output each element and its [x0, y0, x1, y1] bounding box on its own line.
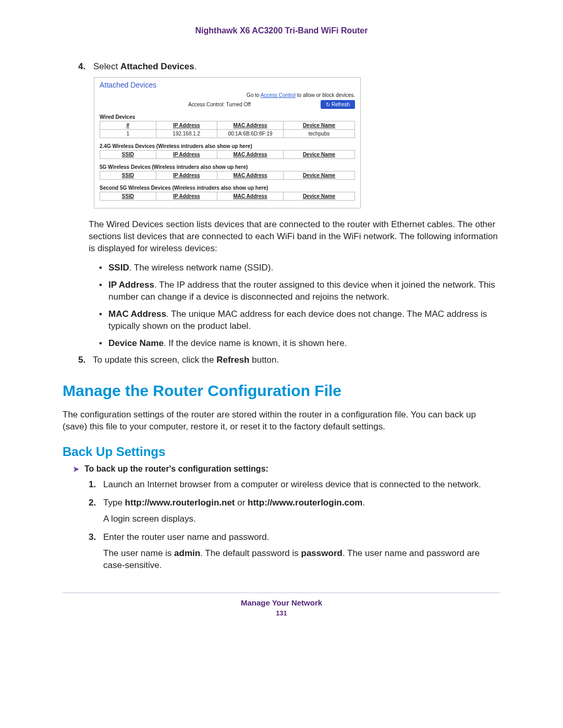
step-4-text-prefix: Select	[93, 61, 120, 71]
refresh-label: Refresh	[332, 102, 350, 107]
wireless-24g-table: SSID IP Address MAC Address Device Name	[100, 150, 355, 159]
attached-devices-panel: Attached Devices Go to Access Control to…	[94, 77, 361, 208]
access-control-link[interactable]: Access Control	[261, 92, 296, 98]
step-5-number: 5.	[78, 354, 85, 366]
wireless-24g-label: 2.4G Wireless Devices (Wireless intruder…	[94, 141, 360, 149]
table-row: 1 192.168.1.2 00:1A:6B:6D:8F:19 techpubs	[100, 130, 355, 138]
url-1: http://www.routerlogin.net	[125, 498, 235, 508]
go-to-text: Go to	[247, 92, 261, 98]
access-control-hint: Go to Access Control to allow or block d…	[94, 90, 360, 99]
step-number: 2.	[89, 497, 96, 509]
ssid-desc: . The wireless network name (SSID).	[129, 263, 274, 273]
procedure-title: ➤To back up the router's configuration s…	[73, 464, 500, 474]
devname-term: Device Name	[108, 338, 164, 348]
col-device: Device Name	[284, 121, 355, 130]
col-mac: MAC Address	[217, 121, 283, 130]
wireless-5g-table: SSID IP Address MAC Address Device Name	[100, 171, 355, 180]
admin-bold: admin	[174, 548, 200, 558]
col-mac: MAC Address	[217, 151, 283, 159]
col-ssid: SSID	[100, 171, 156, 180]
subsection-heading-backup: Back Up Settings	[63, 445, 500, 459]
refresh-button[interactable]: ↻ Refresh	[321, 100, 355, 109]
step-4-text-suffix: .	[194, 61, 197, 71]
footer-divider	[63, 593, 500, 593]
doc-header-title: Nighthawk X6 AC3200 Tri-Band WiFi Router	[63, 26, 500, 35]
list-item: IP Address. The IP address that the rout…	[99, 279, 500, 303]
step-4-text-bold: Attached Devices	[120, 61, 194, 71]
col-mac: MAC Address	[217, 192, 283, 201]
step-5-pre: To update this screen, click the	[93, 355, 216, 365]
mac-term: MAC Address	[108, 309, 166, 319]
wired-description-paragraph: The Wired Devices section lists devices …	[89, 219, 500, 255]
devname-desc: . If the device name is known, it is sho…	[164, 338, 347, 348]
cell-device: techpubs	[284, 130, 355, 138]
url-2: http://www.routerlogin.com	[248, 498, 362, 508]
footer-chapter: Manage Your Network	[63, 598, 500, 607]
section-heading-manage-config: Manage the Router Configuration File	[63, 382, 500, 400]
step-subtext: A login screen displays.	[103, 513, 500, 525]
col-ip: IP Address	[156, 121, 217, 130]
step-5-bold: Refresh	[216, 355, 249, 365]
step-number: 3.	[89, 532, 96, 544]
backup-step-1: 1. Launch an Internet browser from a com…	[89, 479, 500, 491]
col-ip: IP Address	[156, 171, 217, 180]
step-text-post: .	[362, 498, 365, 508]
go-to-suffix: to allow or block devices.	[296, 92, 355, 98]
wireless-5g2-label: Second 5G Wireless Devices (Wireless int…	[94, 183, 360, 191]
step-text: Enter the router user name and password.	[103, 532, 269, 542]
list-item: Device Name. If the device name is known…	[99, 338, 500, 350]
col-num: #	[100, 121, 156, 130]
step-5: 5. To update this screen, click the Refr…	[78, 354, 500, 366]
field-descriptions-list: SSID. The wireless network name (SSID). …	[99, 262, 500, 350]
ssid-term: SSID	[108, 263, 129, 273]
col-ip: IP Address	[156, 151, 217, 159]
col-device: Device Name	[284, 151, 355, 159]
backup-step-3: 3. Enter the router user name and passwo…	[89, 532, 500, 572]
step-text-mid: or	[235, 498, 248, 508]
step-number: 1.	[89, 479, 96, 491]
step-subtext: The user name is admin. The default pass…	[103, 548, 500, 572]
step-4: 4. Select Attached Devices.	[78, 61, 500, 72]
cell-mac: 00:1A:6B:6D:8F:19	[217, 130, 283, 138]
sub-pre: The user name is	[103, 548, 174, 558]
table-header-row: # IP Address MAC Address Device Name	[100, 121, 355, 130]
list-item: SSID. The wireless network name (SSID).	[99, 262, 500, 274]
password-bold: password	[301, 548, 342, 558]
footer-page-number: 131	[63, 609, 500, 617]
table-header-row: SSID IP Address MAC Address Device Name	[100, 151, 355, 159]
col-ssid: SSID	[100, 151, 156, 159]
sub-mid: . The default password is	[200, 548, 301, 558]
access-control-status: Access Control: Turned Off	[188, 102, 251, 107]
col-device: Device Name	[284, 192, 355, 201]
procedure-title-text: To back up the router's configuration se…	[84, 464, 268, 473]
step-4-number: 4.	[78, 61, 85, 71]
table-header-row: SSID IP Address MAC Address Device Name	[100, 171, 355, 180]
cell-ip: 192.168.1.2	[156, 130, 217, 138]
wired-devices-label: Wired Devices	[94, 112, 360, 120]
refresh-icon: ↻	[326, 102, 332, 107]
step-5-post: button.	[250, 355, 279, 365]
list-item: MAC Address. The unique MAC address for …	[99, 309, 500, 332]
wireless-5g-label: 5G Wireless Devices (Wireless intruders …	[94, 162, 360, 170]
step-text: Launch an Internet browser from a comput…	[103, 479, 481, 489]
table-header-row: SSID IP Address MAC Address Device Name	[100, 192, 355, 201]
col-device: Device Name	[284, 171, 355, 180]
wired-devices-table: # IP Address MAC Address Device Name 1 1…	[100, 121, 355, 138]
wireless-5g2-table: SSID IP Address MAC Address Device Name	[100, 192, 355, 201]
panel-title: Attached Devices	[94, 78, 360, 90]
backup-step-2: 2. Type http://www.routerlogin.net or ht…	[89, 497, 500, 525]
col-ssid: SSID	[100, 192, 156, 201]
col-ip: IP Address	[156, 192, 217, 201]
col-mac: MAC Address	[217, 171, 283, 180]
ip-desc: . The IP address that the router assigne…	[108, 280, 495, 302]
chevron-right-icon: ➤	[73, 465, 79, 473]
cell-num: 1	[100, 130, 156, 138]
config-file-paragraph: The configuration settings of the router…	[63, 409, 500, 433]
step-text-pre: Type	[103, 498, 125, 508]
ip-term: IP Address	[108, 280, 154, 290]
